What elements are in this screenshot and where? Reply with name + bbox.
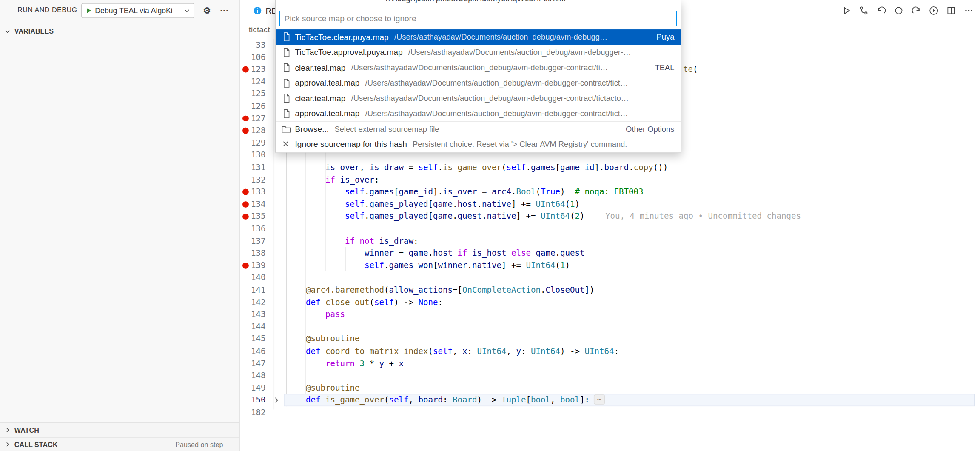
sidebar-more-actions-icon[interactable]: ··· [217,4,231,17]
line-number[interactable]: 124 [240,75,265,88]
quickpick-item[interactable]: Browse...Select external sourcemap fileO… [276,121,681,137]
line-number[interactable]: 150 [240,394,265,406]
file-icon [281,47,291,57]
line-number[interactable]: 135 [240,210,265,223]
code-text: self.games_played[game.guest.native] += … [286,210,801,223]
close-icon [281,139,291,149]
item-label: clear.teal.map [295,94,346,103]
item-type-badge: TEAL [647,63,675,72]
line-number[interactable]: 106 [240,51,265,63]
line-number[interactable]: 129 [240,137,265,149]
line-number[interactable]: 143 [240,308,265,321]
code-text: self.games_won[winner.native] += UInt64(… [286,259,570,271]
line-number[interactable]: 146 [240,345,265,357]
tab-file-icon [253,6,262,15]
quickpick-list: TicTacToe.clear.puya.map/Users/asthayada… [276,29,681,152]
code-text: @arc4.baremethod(allow_actions=[OnComple… [286,284,595,296]
line-number[interactable]: 138 [240,247,265,260]
code-text: @subroutine [286,333,360,345]
code-line-133: 133 self.games[game_id].is_over = arc4.B… [240,186,980,198]
code-text: self.games_played[game.host.native] += U… [286,198,580,210]
code-line-147: 147 return 3 * y + x [240,357,980,370]
item-description: /Users/asthayadav/Documents/auction_debu… [351,94,629,103]
line-number[interactable]: 125 [240,88,265,100]
line-number[interactable]: 136 [240,223,265,235]
line-number[interactable]: 131 [240,161,265,174]
run-icon[interactable] [840,5,851,16]
code-line-148: 148 [240,370,980,382]
line-number[interactable]: 137 [240,235,265,247]
line-number[interactable]: 141 [240,284,265,296]
code-text: is_over, is_draw = self.is_game_over(sel… [286,161,668,174]
file-icon [281,78,291,88]
file-icon [281,32,291,42]
split-editor-icon[interactable] [946,5,956,16]
line-number[interactable]: 134 [240,198,265,210]
code-text: self.games[game_id].is_over = arc4.Bool(… [286,186,644,198]
fold-chevron-icon[interactable] [273,396,280,404]
item-label: Browse... [295,125,329,134]
file-icon [281,63,291,73]
code-text: def close_out(self) -> None: [286,296,443,308]
line-number[interactable]: 130 [240,149,265,161]
quickpick-title: /fVfJ2gXjJdxI7pmobtOepkHduMyetXqW15HFtkX… [276,0,681,6]
line-number[interactable]: 132 [240,174,265,186]
quickpick-group-label: Other Options [618,125,674,134]
variables-section-header[interactable]: VARIABLES [0,24,239,39]
quickpick-item[interactable]: TicTacToe.approval.puya.map/Users/asthay… [276,45,681,60]
line-number[interactable]: 148 [240,370,265,382]
line-number[interactable]: 144 [240,320,265,333]
start-debug-icon[interactable] [85,7,93,14]
line-number[interactable]: 145 [240,333,265,345]
quickpick-item[interactable]: approval.teal.map/Users/asthayadav/Docum… [276,106,681,121]
gear-icon[interactable]: ⚙ [200,4,214,17]
line-number[interactable]: 123 [240,63,265,76]
folded-code-ellipsis[interactable]: ⋯ [594,394,604,405]
line-number[interactable]: 149 [240,382,265,394]
quickpick-item[interactable]: Ignore sourcemap for this hashPersistent… [276,137,681,152]
quickpick-item[interactable]: TicTacToe.clear.puya.map/Users/asthayada… [276,29,681,45]
line-number[interactable]: 33 [240,39,265,51]
quickpick-item[interactable]: clear.teal.map/Users/asthayadav/Document… [276,60,681,75]
code-line-142: 142 def close_out(self) -> None: [240,296,980,308]
code-line-131: 131 is_over, is_draw = self.is_game_over… [240,161,980,174]
line-number[interactable]: 127 [240,112,265,125]
file-icon [281,93,291,103]
sourcemap-search-input[interactable] [279,11,677,26]
item-description: /Users/asthayadav/Documents/auction_debu… [365,79,628,88]
line-number[interactable]: 133 [240,186,265,198]
code-text: @subroutine [286,382,360,394]
breadcrumb[interactable]: tictact [249,25,270,34]
more-actions-icon[interactable] [963,5,974,16]
code-line-143: 143 pass [240,308,980,321]
run-circle-icon[interactable] [928,5,939,16]
quickpick-input-row [276,6,681,29]
git-blame-annotation: You, 4 minutes ago • Uncommitted changes [605,211,801,221]
step-back-icon[interactable] [876,5,886,16]
quickpick-item[interactable]: approval.teal.map/Users/asthayadav/Docum… [276,75,681,91]
record-icon[interactable] [893,5,904,16]
item-label: TicTacToe.clear.puya.map [295,32,389,42]
source-graph-icon[interactable] [858,5,869,16]
code-text: te( [683,63,698,76]
line-number[interactable]: 142 [240,296,265,308]
code-text: if not is_draw: [286,235,419,247]
sourcemap-quickpick: /fVfJ2gXjJdxI7pmobtOepkHduMyetXqW15HFtkX… [275,0,681,153]
quickpick-item[interactable]: clear.teal.map/Users/asthayadav/Document… [276,91,681,106]
item-type-badge: Puya [649,33,675,42]
run-debug-sidebar: RUN AND DEBUG Debug TEAL via AlgoKi ⚙ ··… [0,0,240,451]
debug-config-dropdown[interactable]: Debug TEAL via AlgoKi [81,3,194,18]
line-number[interactable]: 139 [240,259,265,271]
code-line-134: 134 self.games_played[game.host.native] … [240,198,980,210]
call-stack-section-header[interactable]: CALL STACK Paused on step [0,437,239,451]
step-forward-icon[interactable] [911,5,921,16]
folder-icon [281,124,291,134]
watch-section-header[interactable]: WATCH [0,422,239,437]
line-number[interactable]: 126 [240,100,265,112]
line-number[interactable]: 128 [240,125,265,137]
line-number[interactable]: 140 [240,271,265,284]
line-number[interactable]: 147 [240,357,265,370]
code-line-146: 146 def coord_to_matrix_index(self, x: U… [240,345,980,357]
file-icon [281,108,291,119]
line-number[interactable]: 182 [240,406,265,419]
